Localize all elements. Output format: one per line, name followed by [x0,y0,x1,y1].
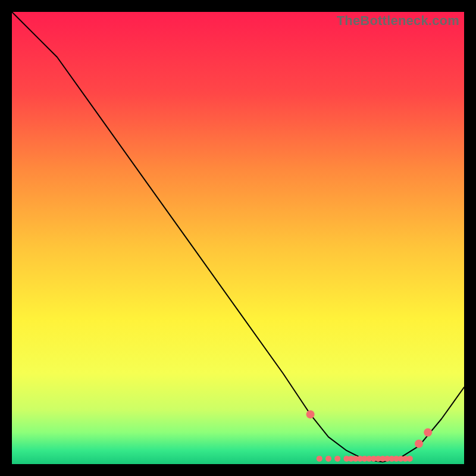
chart-svg [12,12,464,464]
watermark-text: TheBottleneck.com [337,13,459,29]
marker-large [306,410,315,418]
marker-small [317,456,322,462]
chart-frame: TheBottleneck.com [12,12,464,464]
marker-large [424,428,432,437]
marker-small [407,456,413,462]
marker-large [415,440,423,448]
gradient-background [12,12,464,464]
marker-small [325,456,331,462]
marker-small [334,456,340,462]
